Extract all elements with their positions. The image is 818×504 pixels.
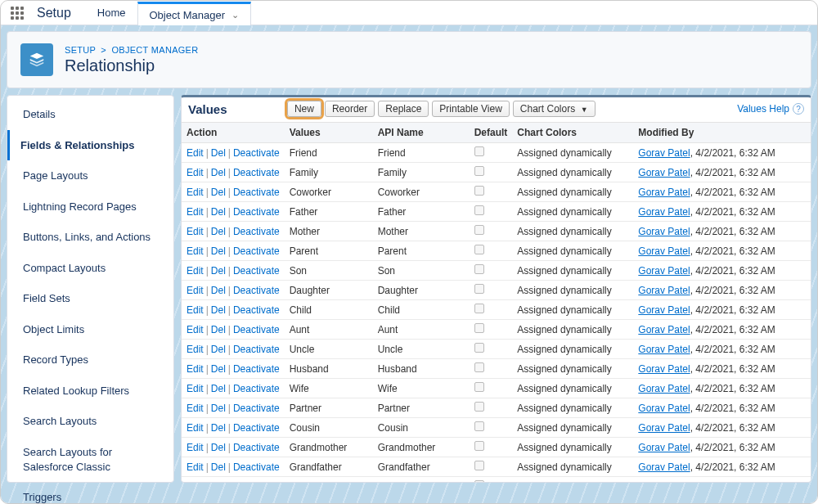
del-link[interactable]: Del [211, 403, 226, 414]
user-link[interactable]: Gorav Patel [638, 324, 690, 335]
user-link[interactable]: Gorav Patel [638, 265, 690, 277]
sidebar-item-related-lookup-filters[interactable]: Related Lookup Filters [7, 376, 173, 407]
sidebar-item-triggers[interactable]: Triggers [7, 482, 173, 504]
del-link[interactable]: Del [211, 226, 226, 237]
del-link[interactable]: Del [211, 481, 226, 483]
del-link[interactable]: Del [211, 167, 226, 178]
deactivate-link[interactable]: Deactivate [233, 285, 280, 296]
user-link[interactable]: Gorav Patel [638, 304, 690, 316]
edit-link[interactable]: Edit [187, 206, 204, 218]
tab-object-manager[interactable]: Object Manager ⌄ [137, 2, 252, 25]
del-link[interactable]: Del [211, 304, 226, 316]
printable-view-button[interactable]: Printable View [432, 101, 510, 117]
checkbox-icon [474, 382, 484, 392]
user-link[interactable]: Gorav Patel [638, 363, 690, 375]
breadcrumb-setup[interactable]: SETUP [65, 45, 96, 55]
value-cell: Father [285, 202, 373, 222]
user-link[interactable]: Gorav Patel [638, 461, 690, 473]
del-link[interactable]: Del [211, 147, 226, 159]
replace-button[interactable]: Replace [378, 101, 429, 117]
edit-link[interactable]: Edit [187, 226, 204, 237]
user-link[interactable]: Gorav Patel [638, 383, 690, 394]
edit-link[interactable]: Edit [187, 344, 204, 355]
del-link[interactable]: Del [211, 206, 226, 218]
edit-link[interactable]: Edit [187, 304, 204, 316]
sidebar-item-record-types[interactable]: Record Types [7, 344, 173, 376]
breadcrumb-object-manager[interactable]: OBJECT MANAGER [111, 45, 198, 55]
del-link[interactable]: Del [211, 187, 226, 198]
tab-home[interactable]: Home [86, 1, 137, 25]
app-launcher-icon[interactable] [7, 3, 27, 23]
deactivate-link[interactable]: Deactivate [233, 147, 280, 159]
edit-link[interactable]: Edit [187, 167, 204, 178]
chart-colors-button[interactable]: Chart Colors ▼ [513, 101, 596, 117]
del-link[interactable]: Del [211, 344, 226, 355]
user-link[interactable]: Gorav Patel [638, 147, 690, 159]
del-link[interactable]: Del [211, 442, 226, 453]
deactivate-link[interactable]: Deactivate [233, 403, 280, 414]
deactivate-link[interactable]: Deactivate [233, 265, 280, 277]
values-help-link[interactable]: Values Help ? [737, 103, 804, 115]
user-link[interactable]: Gorav Patel [638, 442, 690, 453]
deactivate-link[interactable]: Deactivate [233, 344, 280, 355]
edit-link[interactable]: Edit [187, 383, 204, 394]
edit-link[interactable]: Edit [187, 245, 204, 257]
user-link[interactable]: Gorav Patel [638, 245, 690, 257]
del-link[interactable]: Del [211, 324, 226, 335]
sidebar-item-buttons-links-and-actions[interactable]: Buttons, Links, and Actions [7, 222, 173, 253]
edit-link[interactable]: Edit [187, 147, 204, 159]
edit-link[interactable]: Edit [187, 324, 204, 335]
edit-link[interactable]: Edit [187, 403, 204, 414]
new-button[interactable]: New [287, 101, 321, 117]
deactivate-link[interactable]: Deactivate [233, 461, 280, 473]
user-link[interactable]: Gorav Patel [638, 226, 690, 237]
edit-link[interactable]: Edit [187, 422, 204, 434]
edit-link[interactable]: Edit [187, 285, 204, 296]
deactivate-link[interactable]: Deactivate [233, 167, 280, 178]
deactivate-link[interactable]: Deactivate [233, 245, 280, 257]
deactivate-link[interactable]: Deactivate [233, 422, 280, 434]
edit-link[interactable]: Edit [187, 481, 204, 483]
del-link[interactable]: Del [211, 285, 226, 296]
user-link[interactable]: Gorav Patel [638, 206, 690, 218]
sidebar-item-search-layouts[interactable]: Search Layouts [7, 406, 173, 437]
sidebar-item-search-layouts-for-salesforce-classic[interactable]: Search Layouts for Salesforce Classic [7, 437, 173, 482]
deactivate-link[interactable]: Deactivate [233, 187, 280, 198]
default-cell [470, 281, 513, 300]
del-link[interactable]: Del [211, 461, 226, 473]
edit-link[interactable]: Edit [187, 461, 204, 473]
edit-link[interactable]: Edit [187, 442, 204, 453]
edit-link[interactable]: Edit [187, 265, 204, 277]
del-link[interactable]: Del [211, 422, 226, 434]
user-link[interactable]: Gorav Patel [638, 422, 690, 434]
edit-link[interactable]: Edit [187, 187, 204, 198]
sidebar-item-details[interactable]: Details [7, 99, 173, 130]
deactivate-link[interactable]: Deactivate [233, 383, 280, 394]
user-link[interactable]: Gorav Patel [638, 403, 690, 414]
edit-link[interactable]: Edit [187, 363, 204, 375]
deactivate-link[interactable]: Deactivate [233, 206, 280, 218]
sidebar-item-fields-relationships[interactable]: Fields & Relationships [7, 130, 173, 161]
reorder-button[interactable]: Reorder [325, 101, 375, 117]
deactivate-link[interactable]: Deactivate [233, 363, 280, 375]
del-link[interactable]: Del [211, 363, 226, 375]
deactivate-link[interactable]: Deactivate [233, 226, 280, 237]
del-link[interactable]: Del [211, 383, 226, 394]
deactivate-link[interactable]: Deactivate [233, 324, 280, 335]
sidebar-item-page-layouts[interactable]: Page Layouts [7, 160, 173, 191]
user-link[interactable]: Gorav Patel [638, 187, 690, 198]
user-link[interactable]: Gorav Patel [638, 344, 690, 355]
user-link[interactable]: Gorav Patel [638, 481, 690, 483]
sidebar-item-compact-layouts[interactable]: Compact Layouts [7, 253, 173, 284]
del-link[interactable]: Del [211, 265, 226, 277]
values-table-scroll[interactable]: Action Values API Name Default Chart Col… [182, 122, 811, 482]
deactivate-link[interactable]: Deactivate [233, 442, 280, 453]
user-link[interactable]: Gorav Patel [638, 285, 690, 296]
deactivate-link[interactable]: Deactivate [233, 304, 280, 316]
sidebar-item-lightning-record-pages[interactable]: Lightning Record Pages [7, 191, 173, 223]
del-link[interactable]: Del [211, 245, 226, 257]
user-link[interactable]: Gorav Patel [638, 167, 690, 178]
deactivate-link[interactable]: Deactivate [233, 481, 280, 483]
sidebar-item-field-sets[interactable]: Field Sets [7, 283, 173, 314]
sidebar-item-object-limits[interactable]: Object Limits [7, 314, 173, 345]
